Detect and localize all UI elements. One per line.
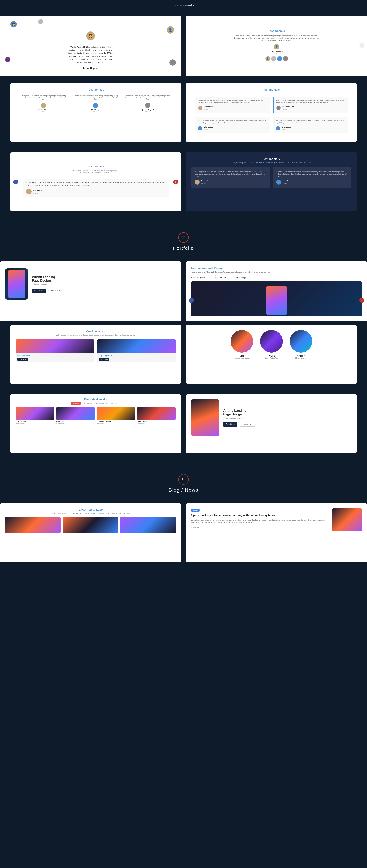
testimonial-card-floating: 🧑 👤 👩 "Today Web UI Kit is simply dummy …: [0, 16, 181, 76]
tc-reviewer-row-3: Elliot Cooper Copyist: [198, 126, 267, 130]
next-slide-btn[interactable]: ›: [173, 180, 178, 184]
blog-img-3: [120, 517, 176, 533]
airbnb-detail-inner: Airbnb LandingPage Design Super Size Age…: [0, 261, 181, 307]
showcase-btn-1[interactable]: Case Study: [18, 358, 28, 361]
col1-name: Tristan Olsen: [38, 109, 49, 111]
v2-case-study-btn[interactable]: Case Study: [223, 422, 237, 427]
blog-img-2: [63, 517, 118, 533]
rev-av-1: [198, 106, 202, 110]
tc-card-1: Lorem ipsum or simply dummy text of the …: [195, 96, 270, 113]
airbnb-subtitle: Super Size Agency 2018: [32, 284, 65, 286]
blog-section-header: 10 Blog / News: [0, 464, 367, 500]
tc-dark-cards: It is a long established fact that a rea…: [191, 167, 351, 190]
prev-slide-btn[interactable]: ‹: [13, 180, 18, 184]
lw-name-3: Exponential Jacket: [96, 421, 135, 422]
col1-avatar: [41, 103, 46, 108]
spacex-header: SpaceX SpaceX will try a triple booster …: [191, 508, 362, 531]
rwd-phone: [266, 286, 287, 315]
testimonial-card-simple: Testimonials Lorem ipsum is simply dummy…: [186, 16, 367, 76]
float-avatar-5: [169, 59, 176, 66]
author-source: Facebook: [87, 69, 94, 71]
blog-img-1: [5, 517, 61, 533]
showcase-desc: Today is super powerful UI kit with hund…: [16, 334, 176, 336]
lw-name-4: Leather Effect: [137, 421, 176, 422]
filter-web-design[interactable]: Web Design: [82, 402, 93, 405]
rev-info-4: Elliot Cooper Copyist: [282, 126, 291, 130]
rwd-category: Category Web Design: [236, 275, 246, 279]
float-avatar-4: [5, 57, 10, 62]
testimonial-card-dark: Testimonials Today is super powerful UI …: [186, 152, 357, 212]
showcase-btn-2[interactable]: Case Study: [99, 358, 110, 361]
airbnb-detail-info: Airbnb LandingPage Design Super Size Age…: [32, 275, 65, 293]
lw-cat-2: Web Design: [56, 422, 95, 424]
dark-av-1: [195, 180, 200, 185]
main-avatar-container: 👩: [86, 31, 95, 43]
tc-card-4: It is a long established fact that a rea…: [273, 117, 348, 133]
rwd-prev-btn[interactable]: ‹: [189, 298, 194, 303]
blog-imgs-row: [5, 517, 176, 533]
showcase-name-2: Super Agency: [97, 353, 176, 357]
tc-col-3: Lorem ipsum is simply dummy text of the …: [123, 95, 172, 112]
lw-item-4: Leather Effect Web Design: [137, 407, 176, 424]
nike-img: [231, 330, 253, 352]
filter-graphic[interactable]: Graphic Design: [95, 402, 108, 405]
case-study-btn[interactable]: Case Study: [32, 288, 46, 293]
filter-everything[interactable]: Everything: [71, 402, 81, 405]
tc-reviewer-row-1: Tristan Olsen Director: [198, 105, 267, 110]
circle-iwatch: iWatch Super Watch App: [260, 330, 283, 359]
tc-col2-text: Lorem ipsum is simply dummy text of the …: [71, 95, 120, 101]
tc-dark-title: Testimonials: [191, 158, 351, 161]
dark-author-2: Elliot Cooper Copyist: [283, 180, 292, 184]
v2-visit-website-btn[interactable]: Visit Website: [240, 422, 255, 427]
portfolio-row-1: Airbnb LandingPage Design Super Size Age…: [0, 258, 367, 325]
circles-row: Nike Landing Page Design iWatch Super Wa…: [231, 330, 312, 359]
tc-reviewer: 👤 Tristan Olsen Director: [271, 44, 283, 55]
tc-body-text: Lorem ipsum is simply dummy text of the …: [233, 35, 320, 42]
quote-text: "Today Web UI Kit is simply dummy text o…: [68, 45, 113, 64]
portfolio-circles: Nike Landing Page Design iWatch Super Wa…: [186, 325, 357, 384]
portfolio-row-3: Our Latest Works Everything Web Design G…: [0, 394, 367, 464]
rwd-agency: Agency Super X Agency: [191, 275, 204, 279]
airbnb-v2-btns: Case Study Visit Website: [223, 422, 256, 427]
author-name: Leonard Dionne: [83, 67, 98, 69]
rwd-inner: Responsive Web Design Today is super pow…: [186, 261, 367, 321]
visit-website-btn[interactable]: Visit Website: [49, 288, 64, 293]
tc-floating-inner: 🧑 👤 👩 "Today Web UI Kit is simply dummy …: [0, 16, 181, 76]
showcase-item-1: Clock'n'Color Case Study: [16, 339, 94, 363]
iwatch-name: iWatch: [268, 355, 275, 357]
lw-cat-3: App Design: [96, 422, 135, 424]
rev-av-2: [277, 106, 281, 110]
lw-img-4: [137, 407, 176, 420]
motionx-img: [290, 330, 312, 352]
dark-role-1: Director: [201, 182, 211, 185]
tc-card-2: Lorem ipsum or a simply dummy text of th…: [273, 96, 348, 113]
tc-dark-desc: Today is super powerful UI kit with hund…: [191, 162, 351, 163]
showcase-img-2: [97, 339, 176, 353]
airbnb-v2-img: [191, 399, 219, 436]
float-avatar-2: [38, 19, 43, 24]
portfolio-airbnb-v2: Airbnb LandingPage Design Super Size Age…: [186, 394, 357, 453]
rev-av-4: [276, 126, 280, 130]
blog-number: 10: [178, 474, 189, 485]
blog-spacex-card: SpaceX SpaceX will try a triple booster …: [186, 503, 367, 562]
portfolio-row-2: Our Showcase Today is super powerful UI …: [0, 325, 367, 394]
airbnb-phone-mockup: [5, 268, 28, 300]
filter-app[interactable]: App Design: [110, 402, 121, 405]
airbnb-phone-screen: [8, 270, 25, 298]
tc-col-2: Lorem ipsum is simply dummy text of the …: [71, 95, 120, 112]
airbnb-v2-subtitle: Super Size Agency 2018: [223, 417, 256, 420]
blog-row-1: Latest Blog & News Today is super powerf…: [0, 500, 367, 566]
circle-nike: Nike Landing Page Design: [231, 330, 253, 359]
qs-author-name: Tristan Olsen: [33, 189, 44, 192]
rwd-next-btn[interactable]: ›: [359, 298, 364, 303]
mini-avatar-4: [283, 56, 288, 61]
mini-avatar-1: 👤: [265, 56, 270, 61]
reviewer-avatars-row: 👤: [265, 56, 288, 61]
qs-highlight-box: "Today Web UI Kit is simply dummy text o…: [23, 179, 169, 197]
blog-latest-inner: Latest Blog & News Today is super powerf…: [0, 503, 181, 555]
mini-avatar-3: [277, 56, 282, 61]
tc-multi-grid: Lorem ipsum is simply dummy text of the …: [16, 95, 176, 112]
blog-title: Latest Blog & News: [5, 508, 176, 512]
next-slide-arrow[interactable]: ›: [359, 43, 364, 48]
testimonials-row-1: 🧑 👤 👩 "Today Web UI Kit is simply dummy …: [0, 9, 367, 83]
